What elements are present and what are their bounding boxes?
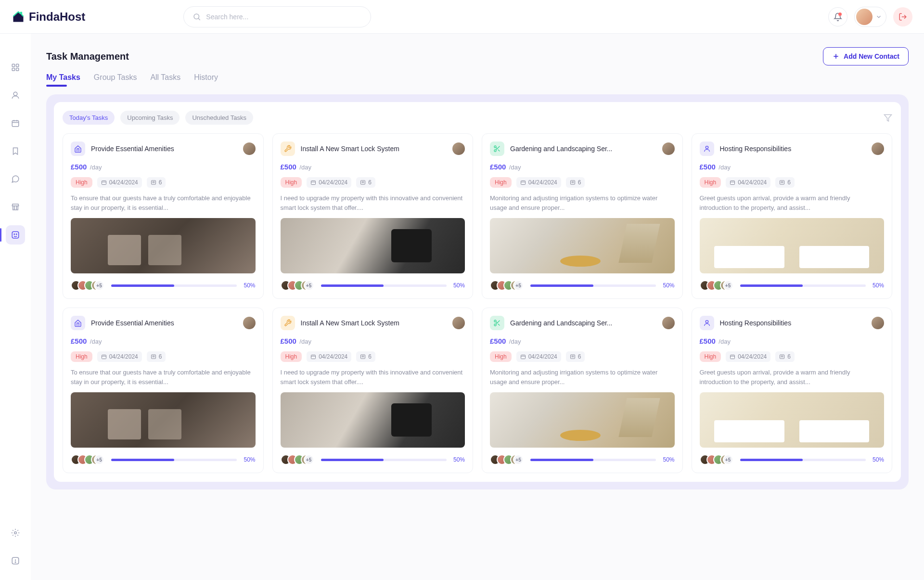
date-text: 04/24/2024 [109,179,138,186]
collaborator-avatars[interactable]: +5 [71,454,104,465]
progress-bar [530,459,656,461]
user-avatar [856,9,873,25]
assignee-avatar[interactable] [452,317,465,329]
svg-point-59 [494,324,496,326]
list-icon [360,354,366,360]
task-card[interactable]: Hosting Responsibilities £500 /day High … [692,308,893,473]
filter-button[interactable] [884,114,892,122]
count-chip: 6 [566,177,585,188]
sub-tabs: Today's Tasks Upcoming Tasks Unscheduled… [63,111,892,125]
sidebar [0,34,31,503]
nav-calendar[interactable] [6,114,25,133]
assignee-avatar[interactable] [662,317,675,329]
assignee-avatar[interactable] [243,317,256,329]
collaborator-avatars[interactable]: +5 [700,280,733,291]
assignee-avatar[interactable] [872,317,884,329]
task-title: Hosting Responsibilities [720,319,866,327]
svg-line-36 [496,147,497,149]
progress-bar [321,459,447,461]
collaborator-avatars[interactable]: +5 [281,280,314,291]
search-input[interactable] [206,13,362,21]
svg-point-42 [706,146,708,149]
nav-chat[interactable] [6,169,25,189]
logo[interactable]: FindaHost [12,10,85,24]
svg-rect-12 [12,232,19,238]
assignee-avatar[interactable] [662,142,675,155]
task-type-icon [700,316,714,330]
task-card[interactable]: Gardening and Landscaping Ser... £500 /d… [482,133,683,299]
assignee-avatar[interactable] [452,142,465,155]
tab-my-tasks[interactable]: My Tasks [46,73,80,86]
user-menu[interactable] [854,7,886,27]
price-value: £500 [700,163,716,171]
tab-history[interactable]: History [194,73,218,86]
card-header: Provide Essential Amenities [71,142,256,156]
task-title: Install A New Smart Lock System [301,145,447,153]
svg-line-61 [498,324,500,326]
count-chip: 6 [566,351,585,362]
pill-today[interactable]: Today's Tasks [63,111,115,125]
card-header: Install A New Smart Lock System [281,316,465,330]
price-unit: /day [90,338,102,345]
assignee-avatar[interactable] [243,142,256,155]
nav-dashboard[interactable] [6,58,25,77]
nav-tasks[interactable] [6,225,25,245]
search-field[interactable] [183,6,371,27]
tab-all-tasks[interactable]: All Tasks [150,73,180,86]
price-value: £500 [71,337,87,345]
svg-point-68 [706,321,708,323]
progress-bar [530,284,656,287]
assignee-avatar[interactable] [872,142,884,155]
task-card[interactable]: Provide Essential Amenities £500 /day Hi… [63,308,264,473]
tab-group-tasks[interactable]: Group Tasks [94,73,137,86]
store-icon [11,203,20,211]
task-card[interactable]: Hosting Responsibilities £500 /day High … [692,133,893,299]
page-title: Task Management [46,51,129,62]
add-contact-button[interactable]: Add New Contact [823,47,909,65]
logout-button[interactable] [893,7,912,26]
svg-rect-37 [521,181,525,185]
nav-profile[interactable] [6,86,25,105]
date-text: 04/24/2024 [528,353,557,360]
price-value: £500 [490,337,506,345]
list-icon [360,180,366,185]
svg-rect-53 [311,355,316,359]
date-chip: 04/24/2024 [97,177,142,188]
collaborator-avatars[interactable]: +5 [490,280,524,291]
priority-badge: High [71,351,92,362]
count-text: 6 [787,353,791,360]
search-container [183,6,371,27]
notifications-button[interactable] [828,7,847,26]
task-card[interactable]: Provide Essential Amenities £500 /day Hi… [63,133,264,299]
priority-badge: High [281,177,302,188]
header: FindaHost [0,0,924,34]
card-footer: +5 50% [700,280,885,291]
date-text: 04/24/2024 [319,353,347,360]
nav-bookmark[interactable] [6,142,25,161]
task-type-icon [71,142,85,156]
collaborator-avatars[interactable]: +5 [71,280,104,291]
more-collaborators: +5 [513,454,524,465]
task-description: To ensure that our guests have a truly c… [71,193,256,212]
collaborator-avatars[interactable]: +5 [700,454,733,465]
nav-store[interactable] [6,197,25,217]
list-icon [151,354,156,360]
task-description: Greet guests upon arrival, provide a war… [700,193,885,212]
collaborator-avatars[interactable]: +5 [281,454,314,465]
task-card[interactable]: Install A New Smart Lock System £500 /da… [272,308,474,473]
progress-fill [321,459,384,461]
task-title: Provide Essential Amenities [91,145,237,153]
svg-rect-3 [12,64,14,66]
task-image [281,218,465,273]
progress-fill [740,284,803,287]
task-card[interactable]: Gardening and Landscaping Ser... £500 /d… [482,308,683,473]
pill-unscheduled[interactable]: Unscheduled Tasks [185,111,253,125]
task-card[interactable]: Install A New Smart Lock System £500 /da… [272,133,474,299]
calendar-icon [101,354,107,360]
price-unit: /day [719,338,731,345]
logo-icon [12,10,25,24]
collaborator-avatars[interactable]: +5 [490,454,524,465]
main-tabs: My Tasks Group Tasks All Tasks History [46,73,909,86]
count-text: 6 [787,179,791,186]
pill-upcoming[interactable]: Upcoming Tasks [120,111,180,125]
